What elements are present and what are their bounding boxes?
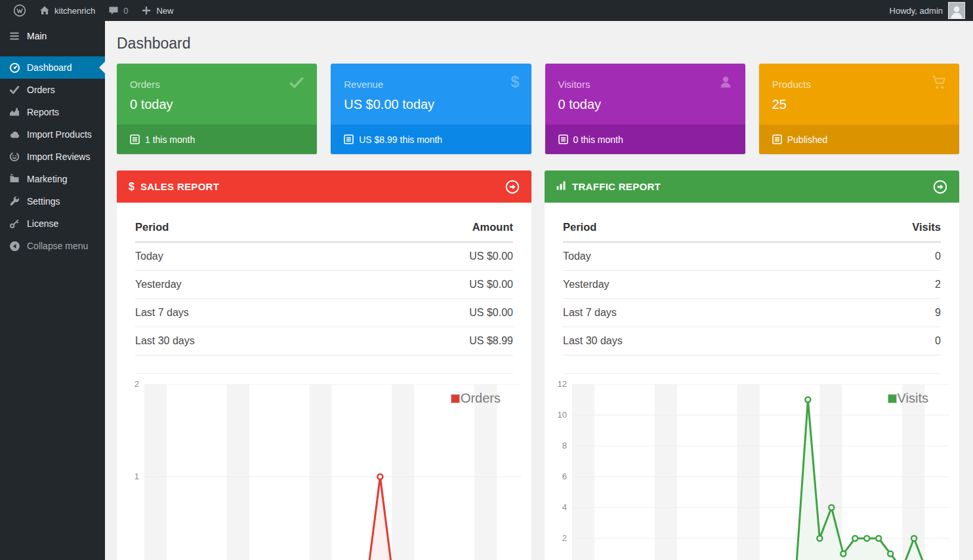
dollar-icon: $ — [510, 74, 519, 90]
chart-plot — [572, 384, 949, 560]
traffic-report-panel: TRAFFIC REPORT Period Visits Today0 Yest… — [545, 170, 959, 560]
sidebar-item-import-products[interactable]: Import Products — [0, 123, 105, 146]
sidebar: Main Dashboard Orders Reports Import Pro… — [0, 21, 105, 560]
period-cell: Last 30 days — [563, 335, 623, 347]
y-tick-label: 6 — [562, 471, 567, 481]
column-header: Amount — [472, 221, 513, 233]
person-icon — [718, 74, 734, 92]
sidebar-item-label: Settings — [27, 196, 60, 207]
wordpress-logo-icon[interactable] — [7, 0, 33, 21]
site-name-link[interactable]: kitchenrich — [33, 0, 102, 21]
table-row: Today0 — [563, 243, 941, 271]
list-icon — [344, 134, 354, 144]
card-footer-text: 0 this month — [573, 134, 623, 145]
amount-cell: US $0.00 — [469, 307, 513, 319]
sales-report-panel: $ SALES REPORT Period Amount TodayUS $0.… — [117, 170, 531, 560]
sidebar-item-collapse-menu[interactable]: Collapse menu — [0, 235, 105, 257]
y-tick-label: 2 — [562, 533, 567, 543]
comments-icon — [108, 5, 119, 16]
y-tick-label: 12 — [558, 379, 567, 389]
key-icon — [9, 218, 20, 229]
y-axis-labels: 12 — [117, 384, 139, 560]
list-icon — [558, 134, 568, 144]
collapse-arrow-icon — [9, 241, 20, 252]
arrow-circle-right-icon[interactable] — [933, 180, 947, 194]
legend-label: Orders — [461, 391, 501, 406]
traffic-table: Period Visits Today0 Yesterday2 Last 7 d… — [563, 216, 941, 374]
sidebar-item-license[interactable]: License — [0, 212, 105, 235]
stat-card-orders[interactable]: Orders 0 today 1 this month — [117, 64, 317, 154]
stat-card-products[interactable]: Products 25 Published — [759, 64, 959, 154]
period-cell: Last 7 days — [563, 307, 617, 319]
sales-table: Period Amount TodayUS $0.00 YesterdayUS … — [135, 216, 513, 374]
smiley-icon — [9, 151, 20, 162]
sidebar-item-settings[interactable]: Settings — [0, 190, 105, 212]
panel-title: SALES REPORT — [140, 181, 219, 192]
card-title: Revenue — [344, 79, 518, 90]
table-row: Last 7 days9 — [563, 299, 941, 327]
chart-legend: Orders — [451, 391, 501, 406]
table-row: Last 7 daysUS $0.00 — [135, 299, 513, 327]
sidebar-item-dashboard[interactable]: Dashboard — [0, 56, 105, 79]
card-value: 25 — [772, 97, 946, 112]
new-content-link[interactable]: New — [135, 0, 180, 21]
site-name: kitchenrich — [54, 6, 95, 16]
stat-card-visitors[interactable]: Visitors 0 today 0 this month — [545, 64, 745, 154]
visits-cell: 9 — [935, 307, 941, 319]
sidebar-item-main[interactable]: Main — [0, 25, 105, 47]
admin-bar: kitchenrich 0 New Howdy, admin — [0, 0, 973, 21]
amount-cell: US $8.99 — [469, 335, 513, 347]
cloud-icon — [9, 129, 20, 140]
arrow-circle-right-icon[interactable] — [505, 180, 520, 194]
sidebar-item-label: Collapse menu — [27, 241, 88, 251]
visits-line-chart: 24681012 Visits — [545, 384, 959, 560]
avatar[interactable] — [948, 2, 965, 19]
plus-icon — [141, 5, 152, 16]
y-tick-label: 1 — [135, 471, 139, 481]
howdy-text[interactable]: Howdy, admin — [890, 6, 943, 16]
card-footer-text: Published — [787, 134, 828, 145]
sidebar-item-label: Marketing — [27, 174, 67, 184]
sidebar-item-orders[interactable]: Orders — [0, 79, 105, 101]
sidebar-item-label: Import Reviews — [27, 151, 90, 162]
sidebar-item-marketing[interactable]: Marketing — [0, 168, 105, 190]
menu-icon — [9, 31, 20, 41]
y-tick-label: 4 — [562, 502, 567, 512]
amount-cell: US $0.00 — [469, 250, 513, 262]
table-row: YesterdayUS $0.00 — [135, 271, 513, 299]
dollar-icon: $ — [129, 181, 135, 193]
wrench-icon — [9, 196, 20, 207]
sidebar-item-import-reviews[interactable]: Import Reviews — [0, 146, 105, 168]
column-header: Visits — [912, 221, 941, 233]
visits-cell: 0 — [935, 335, 941, 347]
panel-title: TRAFFIC REPORT — [572, 181, 661, 192]
chart-plot — [144, 384, 522, 560]
amount-cell: US $0.00 — [469, 279, 513, 290]
comments-link[interactable]: 0 — [102, 0, 135, 21]
visits-cell: 0 — [935, 250, 941, 262]
sidebar-item-reports[interactable]: Reports — [0, 101, 105, 123]
card-value: 0 today — [130, 97, 304, 112]
card-footer-text: US $8.99 this month — [359, 134, 442, 145]
sidebar-item-label: License — [27, 218, 58, 229]
card-value: US $0.00 today — [344, 97, 518, 112]
area-chart-icon — [9, 107, 20, 117]
report-panels-row: $ SALES REPORT Period Amount TodayUS $0.… — [117, 170, 959, 560]
cart-icon — [931, 74, 947, 93]
stat-card-revenue[interactable]: Revenue US $0.00 today $ US $8.99 this m… — [331, 64, 531, 154]
traffic-report-header: TRAFFIC REPORT — [545, 170, 959, 203]
sidebar-item-label: Main — [27, 31, 47, 41]
check-icon — [288, 74, 305, 94]
stat-cards-row: Orders 0 today 1 this month Revenue US $… — [117, 64, 959, 154]
legend-swatch — [451, 394, 460, 403]
dashboard-gauge-icon — [9, 62, 20, 73]
comments-count: 0 — [123, 6, 128, 16]
table-row: Last 30 daysUS $8.99 — [135, 327, 513, 355]
sidebar-item-label: Import Products — [27, 129, 92, 140]
sidebar-item-label: Orders — [27, 85, 55, 95]
period-cell: Yesterday — [563, 279, 610, 290]
card-title: Visitors — [558, 79, 732, 90]
sidebar-item-label: Dashboard — [27, 62, 72, 73]
home-icon — [39, 5, 50, 16]
table-row: Last 30 days0 — [563, 327, 941, 355]
